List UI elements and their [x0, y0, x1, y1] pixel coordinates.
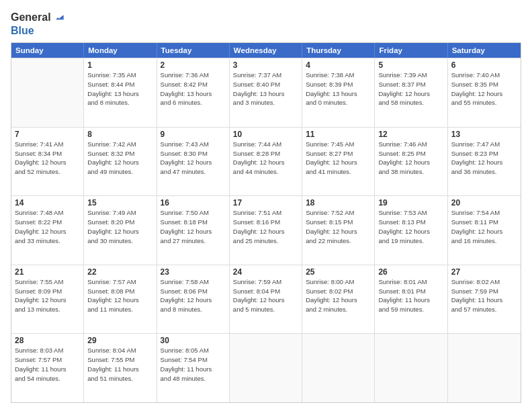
cal-cell: 9Sunrise: 7:43 AMSunset: 8:30 PMDaylight…	[157, 128, 230, 196]
cell-line: and 30 minutes.	[87, 236, 152, 246]
cell-line: Daylight: 12 hours	[451, 89, 517, 99]
cal-cell: 7Sunrise: 7:41 AMSunset: 8:34 PMDaylight…	[11, 128, 84, 196]
cell-line: Sunset: 8:01 PM	[378, 287, 443, 296]
cal-cell: 18Sunrise: 7:52 AMSunset: 8:15 PMDayligh…	[302, 196, 375, 265]
cell-line: Daylight: 12 hours	[87, 158, 152, 167]
cell-line: and 16 minutes.	[451, 236, 517, 246]
cal-cell: 3Sunrise: 7:37 AMSunset: 8:40 PMDaylight…	[230, 58, 302, 127]
cell-line: Sunset: 8:44 PM	[87, 80, 152, 89]
cell-line: Daylight: 12 hours	[161, 295, 226, 305]
day-number: 4	[306, 60, 371, 70]
cell-line: and 5 minutes.	[233, 305, 298, 314]
cell-line: Sunrise: 7:59 AM	[233, 277, 298, 287]
cell-line: Sunrise: 7:51 AM	[233, 208, 298, 218]
cell-line: Daylight: 13 hours	[233, 89, 298, 99]
day-number: 8	[87, 130, 152, 139]
cal-cell: 23Sunrise: 7:58 AMSunset: 8:06 PMDayligh…	[157, 265, 230, 334]
cell-line: Daylight: 12 hours	[161, 227, 226, 236]
cell-line: Sunset: 8:22 PM	[15, 218, 80, 227]
cell-line: Daylight: 12 hours	[378, 158, 443, 167]
cell-line: and 36 minutes.	[451, 167, 517, 177]
cell-line: and 58 minutes.	[378, 98, 443, 107]
cell-line: Daylight: 12 hours	[378, 227, 443, 236]
cell-line: Daylight: 12 hours	[15, 295, 80, 305]
cal-cell	[375, 334, 447, 402]
cell-line: and 13 minutes.	[15, 305, 80, 314]
cal-header-day: Friday	[375, 43, 447, 58]
day-number: 12	[378, 130, 443, 139]
day-number: 29	[87, 336, 152, 345]
cell-line: Daylight: 12 hours	[233, 295, 298, 305]
cell-line: and 52 minutes.	[15, 167, 80, 177]
cal-cell: 26Sunrise: 8:01 AMSunset: 8:01 PMDayligh…	[375, 265, 447, 334]
cell-line: and 57 minutes.	[451, 305, 517, 314]
cell-line: Daylight: 12 hours	[306, 295, 371, 305]
cell-line: Daylight: 12 hours	[161, 158, 226, 167]
day-number: 1	[87, 60, 152, 70]
cal-cell: 11Sunrise: 7:45 AMSunset: 8:27 PMDayligh…	[302, 128, 375, 196]
cell-line: Sunrise: 7:49 AM	[87, 208, 152, 218]
day-number: 28	[15, 336, 80, 345]
day-number: 10	[233, 130, 298, 139]
cell-line: and 38 minutes.	[378, 167, 443, 177]
cell-line: Sunset: 8:13 PM	[378, 218, 443, 227]
cell-line: and 51 minutes.	[87, 374, 152, 383]
day-number: 13	[451, 130, 517, 139]
cell-line: and 27 minutes.	[161, 236, 226, 246]
cell-line: Sunrise: 7:38 AM	[306, 71, 371, 80]
cell-line: Daylight: 13 hours	[161, 89, 226, 99]
cal-cell: 17Sunrise: 7:51 AMSunset: 8:16 PMDayligh…	[230, 196, 302, 265]
cell-line: Daylight: 13 hours	[306, 89, 371, 99]
cal-header-day: Monday	[84, 43, 157, 58]
cell-line: Sunset: 8:37 PM	[378, 80, 443, 89]
day-number: 22	[87, 267, 152, 277]
day-number: 20	[451, 198, 517, 208]
cell-line: Sunset: 8:34 PM	[15, 149, 80, 158]
cell-line: Sunset: 8:42 PM	[161, 80, 226, 89]
cal-cell: 21Sunrise: 7:55 AMSunset: 8:09 PMDayligh…	[11, 265, 84, 334]
cell-line: Sunset: 8:16 PM	[233, 218, 298, 227]
cal-header-day: Tuesday	[157, 43, 230, 58]
cell-line: and 8 minutes.	[87, 98, 152, 107]
cal-cell: 28Sunrise: 8:03 AMSunset: 7:57 PMDayligh…	[11, 334, 84, 402]
cell-line: Daylight: 11 hours	[161, 365, 226, 374]
day-number: 19	[378, 198, 443, 208]
cell-line: and 2 minutes.	[306, 305, 371, 314]
cal-week-row: 7Sunrise: 7:41 AMSunset: 8:34 PMDaylight…	[11, 127, 521, 196]
day-number: 17	[233, 198, 298, 208]
cal-cell: 2Sunrise: 7:36 AMSunset: 8:42 PMDaylight…	[157, 58, 230, 127]
cell-line: Daylight: 12 hours	[15, 158, 80, 167]
cell-line: Sunrise: 7:58 AM	[161, 277, 226, 287]
cell-line: Daylight: 13 hours	[87, 89, 152, 99]
cell-line: and 19 minutes.	[378, 236, 443, 246]
cell-line: and 6 minutes.	[161, 98, 226, 107]
cell-line: Sunrise: 7:43 AM	[161, 140, 226, 149]
cell-line: and 47 minutes.	[161, 167, 226, 177]
day-number: 11	[306, 130, 371, 139]
day-number: 14	[15, 198, 80, 208]
cal-cell: 22Sunrise: 7:57 AMSunset: 8:08 PMDayligh…	[84, 265, 157, 334]
cal-header-day: Wednesday	[230, 43, 302, 58]
cell-line: Daylight: 11 hours	[87, 365, 152, 374]
cell-line: Daylight: 12 hours	[451, 227, 517, 236]
logo: General Blue	[11, 11, 66, 37]
cal-cell: 1Sunrise: 7:35 AMSunset: 8:44 PMDaylight…	[84, 58, 157, 127]
cell-line: Sunset: 8:06 PM	[161, 287, 226, 296]
day-number: 24	[233, 267, 298, 277]
cal-week-row: 14Sunrise: 7:48 AMSunset: 8:22 PMDayligh…	[11, 195, 521, 265]
cal-cell: 8Sunrise: 7:42 AMSunset: 8:32 PMDaylight…	[84, 128, 157, 196]
cell-line: Sunset: 8:40 PM	[233, 80, 298, 89]
cell-line: Sunrise: 7:54 AM	[451, 208, 517, 218]
page: General Blue SundayMondayTuesdayWednesda…	[0, 0, 532, 411]
cell-line: Sunset: 8:39 PM	[306, 80, 371, 89]
header: General Blue	[11, 8, 521, 37]
cell-line: Sunrise: 7:39 AM	[378, 71, 443, 80]
cell-line: Sunset: 7:55 PM	[87, 355, 152, 365]
cal-week-row: 1Sunrise: 7:35 AMSunset: 8:44 PMDaylight…	[11, 58, 521, 127]
cal-cell: 12Sunrise: 7:46 AMSunset: 8:25 PMDayligh…	[375, 128, 447, 196]
day-number: 6	[451, 60, 517, 70]
day-number: 25	[306, 267, 371, 277]
cell-line: Daylight: 12 hours	[306, 227, 371, 236]
cell-line: Sunrise: 7:52 AM	[306, 208, 371, 218]
cell-line: and 59 minutes.	[378, 305, 443, 314]
